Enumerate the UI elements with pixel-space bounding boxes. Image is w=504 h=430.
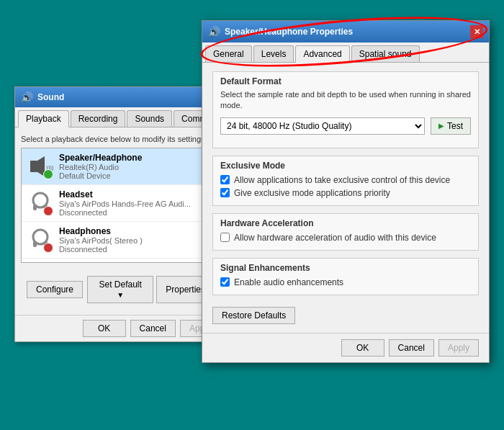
props-ok-button[interactable]: OK xyxy=(341,339,384,357)
sound-tabs: Playback Recording Sounds Communications xyxy=(15,107,226,127)
device-icon-wrap-headset xyxy=(27,190,53,216)
format-select[interactable]: 24 bit, 48000 Hz (Studio Quality) xyxy=(220,117,425,135)
device-info-headset: Headset Siya's AirPods Hands-Free AG Aud… xyxy=(59,189,214,217)
configure-button[interactable]: Configure xyxy=(27,281,83,298)
device-info-speaker: Speaker/Headphone Realtek(R) Audio Defau… xyxy=(59,153,214,180)
status-badge-red-headset xyxy=(43,206,53,216)
tab-advanced[interactable]: Advanced xyxy=(295,45,349,63)
device-list[interactable]: )))) Speaker/Headphone Realtek(R) Audio … xyxy=(21,148,220,263)
tab-general[interactable]: General xyxy=(205,45,252,62)
tab-levels[interactable]: Levels xyxy=(253,45,294,62)
props-dialog-bottom: OK Cancel Apply xyxy=(202,333,489,362)
device-name-headphones: Headphones xyxy=(59,226,214,236)
tab-playback[interactable]: Playback xyxy=(18,110,69,127)
sound-instruction: Select a playback device below to modify… xyxy=(21,135,220,143)
signal-checkbox[interactable] xyxy=(220,277,230,287)
device-name-headset: Headset xyxy=(59,189,214,200)
props-titlebar: 🔊 Speaker/Headphone Properties ✕ xyxy=(202,21,489,42)
hw-accel-checkbox-row: Allow hardware acceleration of audio wit… xyxy=(220,233,471,243)
sound-title-icon: 🔊 xyxy=(21,91,33,103)
props-title-left: 🔊 Speaker/Headphone Properties xyxy=(208,26,353,37)
exclusive-checkbox-1[interactable] xyxy=(220,175,230,184)
device-driver-headphones: Siya's AirPods( Stereo ) xyxy=(59,236,214,245)
hw-accel-checkbox-label: Allow hardware acceleration of audio wit… xyxy=(234,233,436,243)
svg-rect-0 xyxy=(30,161,37,172)
default-format-section: Default Format Select the sample rate an… xyxy=(212,71,479,148)
device-driver-speaker: Realtek(R) Audio xyxy=(59,163,214,171)
play-icon: ▶ xyxy=(438,122,444,130)
sound-dialog-content: Select a playback device below to modify… xyxy=(15,127,226,315)
props-tabs: General Levels Advanced Spatial sound xyxy=(202,42,489,63)
tab-recording[interactable]: Recording xyxy=(71,110,126,127)
hardware-acceleration-label: Hardware Acceleration xyxy=(220,218,471,228)
exclusive-checkbox-2-label: Give exclusive mode applications priorit… xyxy=(234,188,390,198)
test-label: Test xyxy=(447,121,463,131)
signal-checkbox-row: Enable audio enhancements xyxy=(220,277,471,287)
signal-enhancements-section: Signal Enhancements Enable audio enhance… xyxy=(212,258,479,295)
sound-dialog-titlebar: 🔊 Sound xyxy=(15,87,226,107)
sound-dialog-title: Sound xyxy=(37,92,64,102)
hw-accel-checkbox[interactable] xyxy=(220,233,230,242)
svg-rect-7 xyxy=(33,241,37,247)
signal-enhancements-label: Signal Enhancements xyxy=(220,263,471,273)
status-badge-green xyxy=(43,169,53,179)
close-button[interactable]: ✕ xyxy=(470,25,483,38)
props-content: Default Format Select the sample rate an… xyxy=(202,63,489,333)
sound-ok-button[interactable]: OK xyxy=(83,320,126,337)
device-state-headphones: Disconnected xyxy=(59,245,214,254)
props-title-icon: 🔊 xyxy=(208,26,220,37)
props-cancel-button[interactable]: Cancel xyxy=(389,339,434,357)
device-item-speaker[interactable]: )))) Speaker/Headphone Realtek(R) Audio … xyxy=(22,148,220,185)
sound-title-left: 🔊 Sound xyxy=(21,91,64,103)
device-icon-wrap-headphones xyxy=(27,227,53,253)
sound-actions-row: Configure Set Default ▼ Properties xyxy=(21,267,220,308)
set-default-button[interactable]: Set Default ▼ xyxy=(87,276,153,303)
exclusive-checkbox-1-row: Allow applications to take exclusive con… xyxy=(220,175,471,185)
device-item-headphones[interactable]: Headphones Siya's AirPods( Stereo ) Disc… xyxy=(22,222,220,259)
tab-sounds[interactable]: Sounds xyxy=(127,110,172,127)
restore-defaults-button[interactable]: Restore Defaults xyxy=(212,307,295,324)
props-dialog: 🔊 Speaker/Headphone Properties ✕ General… xyxy=(202,20,490,363)
device-driver-headset: Siya's AirPods Hands-Free AG Audi... xyxy=(59,200,214,208)
exclusive-mode-section: Exclusive Mode Allow applications to tak… xyxy=(212,156,479,206)
device-state-speaker: Default Device xyxy=(59,171,214,180)
device-info-headphones: Headphones Siya's AirPods( Stereo ) Disc… xyxy=(59,226,214,254)
exclusive-mode-label: Exclusive Mode xyxy=(220,161,471,171)
format-row: 24 bit, 48000 Hz (Studio Quality) ▶ Test xyxy=(220,117,471,135)
props-dialog-title: Speaker/Headphone Properties xyxy=(225,27,353,37)
default-format-description: Select the sample rate and bit depth to … xyxy=(220,89,471,112)
status-badge-red-headphones xyxy=(43,243,53,253)
props-apply-button[interactable]: Apply xyxy=(438,339,479,357)
exclusive-checkbox-2[interactable] xyxy=(220,188,230,197)
svg-rect-4 xyxy=(33,205,37,210)
device-item-headset[interactable]: Headset Siya's AirPods Hands-Free AG Aud… xyxy=(22,185,220,222)
tab-spatial-sound[interactable]: Spatial sound xyxy=(351,45,420,62)
exclusive-checkbox-2-row: Give exclusive mode applications priorit… xyxy=(220,188,471,198)
sound-dialog: 🔊 Sound Playback Recording Sounds Commun… xyxy=(14,86,227,342)
hardware-acceleration-section: Hardware Acceleration Allow hardware acc… xyxy=(212,213,479,251)
device-icon-wrap-speaker: )))) xyxy=(27,153,53,179)
test-button[interactable]: ▶ Test xyxy=(431,117,471,135)
sound-bottom-buttons: OK Cancel Apply xyxy=(15,315,226,341)
set-default-label: Set Default xyxy=(99,279,141,290)
sound-cancel-button[interactable]: Cancel xyxy=(130,320,176,337)
default-format-label: Default Format xyxy=(220,76,471,86)
exclusive-checkbox-1-label: Allow applications to take exclusive con… xyxy=(234,175,450,185)
signal-checkbox-label: Enable audio enhancements xyxy=(234,277,343,287)
device-state-headset: Disconnected xyxy=(59,208,214,217)
device-name-speaker: Speaker/Headphone xyxy=(59,153,214,163)
